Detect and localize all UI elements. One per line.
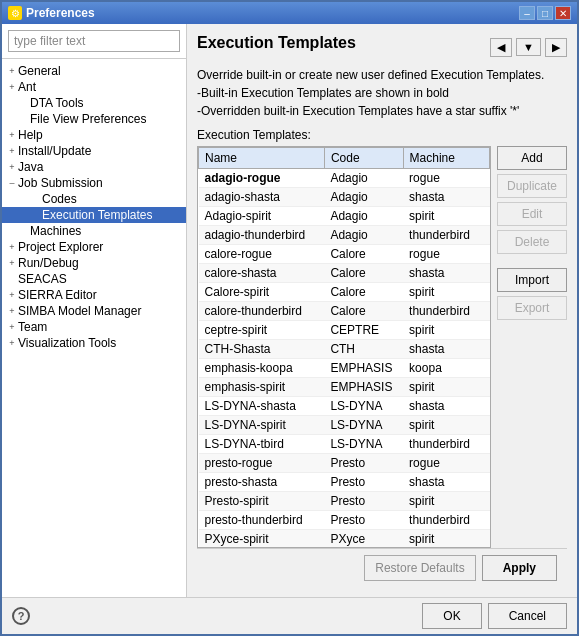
restore-defaults-button[interactable]: Restore Defaults <box>364 555 475 581</box>
cell-machine: koopa <box>403 359 489 378</box>
duplicate-button[interactable]: Duplicate <box>497 174 567 198</box>
sidebar-item-exec-templates[interactable]: Execution Templates <box>2 207 186 223</box>
desc-line3: -Overridden built-in Execution Templates… <box>197 102 567 120</box>
cell-machine: thunderbird <box>403 435 489 454</box>
cell-machine: spirit <box>403 416 489 435</box>
delete-button[interactable]: Delete <box>497 230 567 254</box>
cell-machine: shasta <box>403 397 489 416</box>
help-icon[interactable]: ? <box>12 607 30 625</box>
expand-icon: + <box>6 337 18 349</box>
cell-code: CTH <box>324 340 403 359</box>
apply-button[interactable]: Apply <box>482 555 557 581</box>
sidebar-item-project-explorer[interactable]: + Project Explorer <box>2 239 186 255</box>
sidebar-item-sierra-editor[interactable]: + SIERRA Editor <box>2 287 186 303</box>
sidebar-item-install[interactable]: + Install/Update <box>2 143 186 159</box>
sidebar-item-general[interactable]: + General <box>2 63 186 79</box>
sidebar-item-label: Team <box>18 320 47 334</box>
table-row[interactable]: adagio-thunderbirdAdagiothunderbird <box>199 226 490 245</box>
sidebar-item-team[interactable]: + Team <box>2 319 186 335</box>
cell-code: Presto <box>324 473 403 492</box>
cell-name: adagio-rogue <box>199 169 325 188</box>
sidebar-item-codes[interactable]: Codes <box>2 191 186 207</box>
cell-name: presto-rogue <box>199 454 325 473</box>
sidebar-item-file-view[interactable]: File View Preferences <box>2 111 186 127</box>
cell-code: PXyce <box>324 530 403 549</box>
table-row[interactable]: PXyce-spiritPXycespirit <box>199 530 490 549</box>
sidebar-item-job-submission[interactable]: – Job Submission <box>2 175 186 191</box>
cell-name: emphasis-koopa <box>199 359 325 378</box>
table-row[interactable]: presto-roguePrestorogue <box>199 454 490 473</box>
cell-code: Presto <box>324 454 403 473</box>
table-row[interactable]: presto-thunderbirdPrestothunderbird <box>199 511 490 530</box>
desc-line2: -Built-in Execution Templates are shown … <box>197 84 567 102</box>
table-row[interactable]: Adagio-spiritAdagiospirit <box>199 207 490 226</box>
expand-icon: + <box>6 305 18 317</box>
table-row[interactable]: ceptre-spiritCEPTREspirit <box>199 321 490 340</box>
title-buttons: – □ ✕ <box>519 6 571 20</box>
forward-button[interactable]: ▶ <box>545 38 567 57</box>
table-row[interactable]: Presto-spiritPrestospirit <box>199 492 490 511</box>
preferences-icon: ⚙ <box>8 6 22 20</box>
table-row[interactable]: presto-shastaPrestoshasta <box>199 473 490 492</box>
expand-icon: + <box>6 241 18 253</box>
cell-name: LS-DYNA-shasta <box>199 397 325 416</box>
sidebar-item-java[interactable]: + Java <box>2 159 186 175</box>
cell-code: Calore <box>324 264 403 283</box>
edit-button[interactable]: Edit <box>497 202 567 226</box>
sidebar-item-ant[interactable]: + Ant <box>2 79 186 95</box>
expand-icon <box>6 273 18 285</box>
cancel-button[interactable]: Cancel <box>488 603 567 629</box>
sidebar-item-label: DTA Tools <box>30 96 84 110</box>
table-row[interactable]: calore-shastaCaloreshasta <box>199 264 490 283</box>
sidebar-item-simba[interactable]: + SIMBA Model Manager <box>2 303 186 319</box>
table-and-buttons: Name Code Machine adagio-rogueAdagiorogu… <box>197 146 567 548</box>
desc-line1: Override built-in or create new user def… <box>197 66 567 84</box>
table-row[interactable]: calore-rogueCalorerogue <box>199 245 490 264</box>
sidebar-item-seacas[interactable]: SEACAS <box>2 271 186 287</box>
filter-box <box>2 24 186 59</box>
table-container[interactable]: Name Code Machine adagio-rogueAdagiorogu… <box>197 146 491 548</box>
sidebar-item-visualization[interactable]: + Visualization Tools <box>2 335 186 351</box>
nav-header: Execution Templates ◀ ▼ ▶ <box>197 34 567 60</box>
sidebar-item-dta-tools[interactable]: DTA Tools <box>2 95 186 111</box>
table-row[interactable]: CTH-ShastaCTHshasta <box>199 340 490 359</box>
table-row[interactable]: Calore-spiritCalorespirit <box>199 283 490 302</box>
table-row[interactable]: emphasis-koopaEMPHASISkoopa <box>199 359 490 378</box>
sidebar-item-label: Codes <box>42 192 77 206</box>
maximize-button[interactable]: □ <box>537 6 553 20</box>
table-row[interactable]: LS-DYNA-spiritLS-DYNAspirit <box>199 416 490 435</box>
expand-icon: + <box>6 321 18 333</box>
table-row[interactable]: LS-DYNA-shastaLS-DYNAshasta <box>199 397 490 416</box>
cell-name: calore-thunderbird <box>199 302 325 321</box>
table-row[interactable]: LS-DYNA-tbirdLS-DYNAthunderbird <box>199 435 490 454</box>
table-row[interactable]: calore-thunderbirdCalorethunderbird <box>199 302 490 321</box>
expand-icon: + <box>6 257 18 269</box>
minimize-button[interactable]: – <box>519 6 535 20</box>
cell-name: presto-shasta <box>199 473 325 492</box>
expand-icon: + <box>6 161 18 173</box>
back-button[interactable]: ◀ <box>490 38 512 57</box>
search-input[interactable] <box>8 30 180 52</box>
table-row[interactable]: emphasis-spiritEMPHASISspirit <box>199 378 490 397</box>
history-dropdown-button[interactable]: ▼ <box>516 38 541 56</box>
expand-icon: + <box>6 289 18 301</box>
add-button[interactable]: Add <box>497 146 567 170</box>
preferences-window: ⚙ Preferences – □ ✕ + General + Ant <box>0 0 579 636</box>
sidebar-item-label: Help <box>18 128 43 142</box>
import-button[interactable]: Import <box>497 268 567 292</box>
cell-machine: spirit <box>403 283 489 302</box>
sidebar-item-run-debug[interactable]: + Run/Debug <box>2 255 186 271</box>
sidebar-item-help[interactable]: + Help <box>2 127 186 143</box>
cell-machine: shasta <box>403 340 489 359</box>
footer-bar: ? OK Cancel <box>2 597 577 634</box>
table-row[interactable]: adagio-rogueAdagiorogue <box>199 169 490 188</box>
close-button[interactable]: ✕ <box>555 6 571 20</box>
sidebar-item-machines[interactable]: Machines <box>2 223 186 239</box>
expand-icon: + <box>6 81 18 93</box>
cell-name: calore-shasta <box>199 264 325 283</box>
ok-button[interactable]: OK <box>422 603 481 629</box>
export-button[interactable]: Export <box>497 296 567 320</box>
table-row[interactable]: adagio-shastaAdagioshasta <box>199 188 490 207</box>
col-header-name: Name <box>199 148 325 169</box>
cell-name: CTH-Shasta <box>199 340 325 359</box>
